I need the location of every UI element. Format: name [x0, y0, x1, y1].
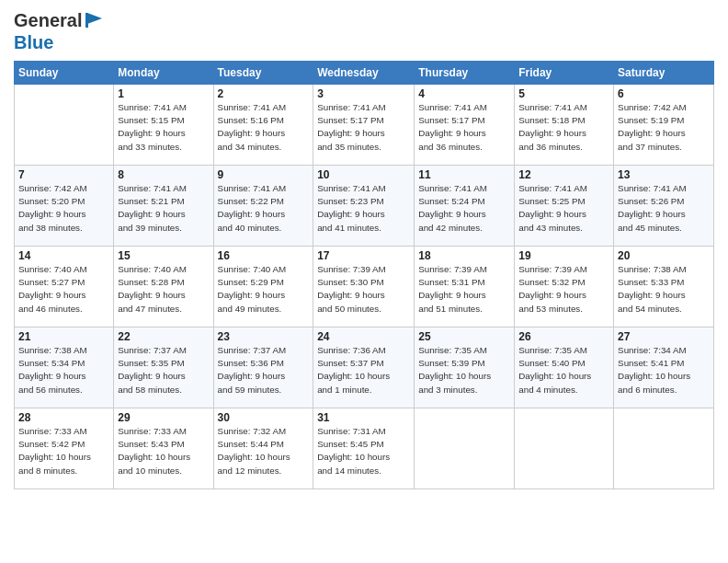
- day-number: 13: [618, 168, 710, 181]
- day-number: 15: [118, 249, 209, 262]
- calendar-cell: 28Sunrise: 7:33 AMSunset: 5:42 PMDayligh…: [15, 408, 114, 489]
- day-number: 18: [418, 249, 510, 262]
- day-info: Sunrise: 7:39 AMSunset: 5:31 PMDaylight:…: [418, 263, 510, 316]
- day-number: 30: [218, 411, 310, 424]
- day-info: Sunrise: 7:31 AMSunset: 5:45 PMDaylight:…: [317, 425, 410, 477]
- day-info: Sunrise: 7:41 AMSunset: 5:24 PMDaylight:…: [418, 182, 510, 235]
- calendar-cell: 11Sunrise: 7:41 AMSunset: 5:24 PMDayligh…: [415, 166, 515, 247]
- weekday-header-friday: Friday: [515, 62, 614, 85]
- day-number: 27: [618, 330, 710, 343]
- day-info: Sunrise: 7:41 AMSunset: 5:23 PMDaylight:…: [317, 182, 410, 235]
- day-number: 8: [118, 168, 209, 181]
- day-number: 12: [518, 168, 609, 181]
- calendar-cell: 10Sunrise: 7:41 AMSunset: 5:23 PMDayligh…: [313, 166, 415, 247]
- weekday-header-saturday: Saturday: [614, 62, 714, 85]
- day-number: 5: [518, 87, 609, 100]
- day-number: 6: [618, 87, 710, 100]
- svg-marker-0: [87, 13, 102, 24]
- day-number: 28: [18, 411, 109, 424]
- calendar-cell: 19Sunrise: 7:39 AMSunset: 5:32 PMDayligh…: [515, 247, 614, 327]
- day-number: 23: [218, 330, 310, 343]
- day-number: 11: [418, 168, 510, 181]
- day-info: Sunrise: 7:33 AMSunset: 5:42 PMDaylight:…: [18, 425, 109, 477]
- calendar-cell: 15Sunrise: 7:40 AMSunset: 5:28 PMDayligh…: [114, 247, 213, 327]
- calendar-cell: 20Sunrise: 7:38 AMSunset: 5:33 PMDayligh…: [614, 247, 714, 327]
- calendar-cell: 13Sunrise: 7:41 AMSunset: 5:26 PMDayligh…: [614, 166, 714, 247]
- week-row-4: 28Sunrise: 7:33 AMSunset: 5:42 PMDayligh…: [15, 408, 714, 489]
- day-info: Sunrise: 7:41 AMSunset: 5:26 PMDaylight:…: [618, 182, 710, 235]
- calendar-cell: 18Sunrise: 7:39 AMSunset: 5:31 PMDayligh…: [415, 247, 515, 327]
- day-info: Sunrise: 7:40 AMSunset: 5:28 PMDaylight:…: [118, 263, 209, 316]
- day-number: 9: [218, 168, 310, 181]
- calendar-cell: [15, 85, 114, 166]
- day-number: 16: [218, 249, 310, 262]
- day-number: 29: [118, 411, 209, 424]
- day-number: 31: [317, 411, 410, 424]
- day-info: Sunrise: 7:41 AMSunset: 5:17 PMDaylight:…: [418, 101, 510, 154]
- header: General Blue: [14, 9, 714, 53]
- day-info: Sunrise: 7:41 AMSunset: 5:17 PMDaylight:…: [317, 101, 410, 154]
- day-number: 7: [18, 168, 109, 181]
- day-info: Sunrise: 7:39 AMSunset: 5:32 PMDaylight:…: [518, 263, 609, 316]
- day-info: Sunrise: 7:37 AMSunset: 5:35 PMDaylight:…: [118, 344, 209, 396]
- day-info: Sunrise: 7:41 AMSunset: 5:21 PMDaylight:…: [118, 182, 209, 235]
- weekday-header-thursday: Thursday: [415, 62, 515, 85]
- day-info: Sunrise: 7:38 AMSunset: 5:33 PMDaylight:…: [618, 263, 710, 316]
- calendar-cell: 16Sunrise: 7:40 AMSunset: 5:29 PMDayligh…: [213, 247, 313, 327]
- day-info: Sunrise: 7:34 AMSunset: 5:41 PMDaylight:…: [618, 344, 710, 396]
- svg-rect-1: [85, 13, 88, 28]
- calendar-cell: 29Sunrise: 7:33 AMSunset: 5:43 PMDayligh…: [114, 408, 213, 489]
- day-info: Sunrise: 7:36 AMSunset: 5:37 PMDaylight:…: [317, 344, 410, 396]
- week-row-0: 1Sunrise: 7:41 AMSunset: 5:15 PMDaylight…: [15, 85, 714, 166]
- day-number: 21: [18, 330, 109, 343]
- day-number: 24: [317, 330, 410, 343]
- day-info: Sunrise: 7:41 AMSunset: 5:22 PMDaylight:…: [218, 182, 310, 235]
- day-info: Sunrise: 7:35 AMSunset: 5:40 PMDaylight:…: [518, 344, 609, 396]
- weekday-header-tuesday: Tuesday: [213, 62, 313, 85]
- day-info: Sunrise: 7:41 AMSunset: 5:15 PMDaylight:…: [118, 101, 209, 154]
- day-info: Sunrise: 7:41 AMSunset: 5:25 PMDaylight:…: [518, 182, 609, 235]
- calendar-cell: [614, 408, 714, 489]
- day-info: Sunrise: 7:41 AMSunset: 5:16 PMDaylight:…: [218, 101, 310, 154]
- calendar-cell: 25Sunrise: 7:35 AMSunset: 5:39 PMDayligh…: [415, 327, 515, 408]
- day-number: 1: [118, 87, 209, 100]
- day-info: Sunrise: 7:42 AMSunset: 5:19 PMDaylight:…: [618, 101, 710, 154]
- week-row-2: 14Sunrise: 7:40 AMSunset: 5:27 PMDayligh…: [15, 247, 714, 327]
- day-info: Sunrise: 7:40 AMSunset: 5:29 PMDaylight:…: [218, 263, 310, 316]
- calendar-cell: [515, 408, 614, 489]
- weekday-header-wednesday: Wednesday: [313, 62, 415, 85]
- day-number: 2: [218, 87, 310, 100]
- day-info: Sunrise: 7:39 AMSunset: 5:30 PMDaylight:…: [317, 263, 410, 316]
- calendar-cell: 21Sunrise: 7:38 AMSunset: 5:34 PMDayligh…: [15, 327, 114, 408]
- logo-general: General: [14, 9, 82, 31]
- calendar-table: SundayMondayTuesdayWednesdayThursdayFrid…: [14, 61, 714, 489]
- weekday-header-monday: Monday: [114, 62, 213, 85]
- day-number: 25: [418, 330, 510, 343]
- day-info: Sunrise: 7:33 AMSunset: 5:43 PMDaylight:…: [118, 425, 209, 477]
- week-row-3: 21Sunrise: 7:38 AMSunset: 5:34 PMDayligh…: [15, 327, 714, 408]
- calendar-cell: [415, 408, 515, 489]
- calendar-cell: 27Sunrise: 7:34 AMSunset: 5:41 PMDayligh…: [614, 327, 714, 408]
- day-info: Sunrise: 7:42 AMSunset: 5:20 PMDaylight:…: [18, 182, 109, 235]
- calendar-cell: 31Sunrise: 7:31 AMSunset: 5:45 PMDayligh…: [313, 408, 415, 489]
- day-number: 20: [618, 249, 710, 262]
- day-number: 17: [317, 249, 410, 262]
- calendar-cell: 6Sunrise: 7:42 AMSunset: 5:19 PMDaylight…: [614, 85, 714, 166]
- calendar-cell: 8Sunrise: 7:41 AMSunset: 5:21 PMDaylight…: [114, 166, 213, 247]
- calendar-cell: 26Sunrise: 7:35 AMSunset: 5:40 PMDayligh…: [515, 327, 614, 408]
- day-number: 4: [418, 87, 510, 100]
- day-info: Sunrise: 7:38 AMSunset: 5:34 PMDaylight:…: [18, 344, 109, 396]
- calendar-cell: 12Sunrise: 7:41 AMSunset: 5:25 PMDayligh…: [515, 166, 614, 247]
- week-row-1: 7Sunrise: 7:42 AMSunset: 5:20 PMDaylight…: [15, 166, 714, 247]
- calendar-cell: 30Sunrise: 7:32 AMSunset: 5:44 PMDayligh…: [213, 408, 313, 489]
- logo-blue-text: Blue: [14, 31, 104, 53]
- calendar-cell: 5Sunrise: 7:41 AMSunset: 5:18 PMDaylight…: [515, 85, 614, 166]
- calendar-cell: 24Sunrise: 7:36 AMSunset: 5:37 PMDayligh…: [313, 327, 415, 408]
- calendar-cell: 2Sunrise: 7:41 AMSunset: 5:16 PMDaylight…: [213, 85, 313, 166]
- day-info: Sunrise: 7:32 AMSunset: 5:44 PMDaylight:…: [218, 425, 310, 477]
- day-info: Sunrise: 7:41 AMSunset: 5:18 PMDaylight:…: [518, 101, 609, 154]
- calendar-cell: 1Sunrise: 7:41 AMSunset: 5:15 PMDaylight…: [114, 85, 213, 166]
- calendar-cell: 22Sunrise: 7:37 AMSunset: 5:35 PMDayligh…: [114, 327, 213, 408]
- day-number: 19: [518, 249, 609, 262]
- calendar-cell: 4Sunrise: 7:41 AMSunset: 5:17 PMDaylight…: [415, 85, 515, 166]
